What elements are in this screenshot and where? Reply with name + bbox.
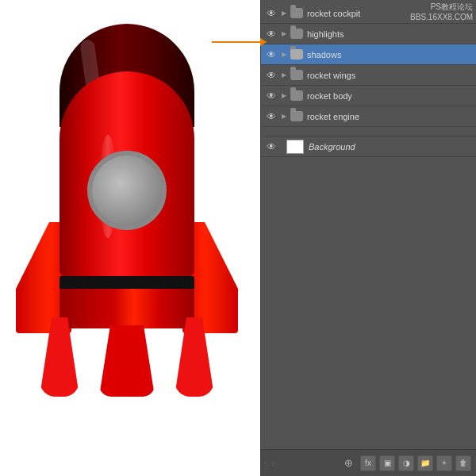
layer-row-rocket-cockpit[interactable]: 👁 ▶ rocket cockpit — [261, 3, 476, 24]
expand-icon-body[interactable]: ▶ — [280, 92, 288, 100]
layer-row-highlights[interactable]: 👁 ▶ highlights — [261, 24, 476, 44]
orange-arrow — [212, 41, 266, 43]
expand-icon-engine[interactable]: ▶ — [280, 113, 288, 121]
folder-icon-engine — [290, 111, 304, 122]
layer-label-body: rocket body — [307, 91, 473, 101]
expand-icon-shadows[interactable]: ▶ — [280, 51, 288, 59]
layer-row-body[interactable]: 👁 ▶ rocket body — [261, 86, 476, 106]
rocket-scene — [0, 0, 254, 476]
mask-button[interactable]: ▣ — [379, 455, 395, 471]
link-button[interactable]: ⊕ — [340, 456, 357, 470]
layer-label-highlights: highlights — [307, 29, 473, 39]
folder-icon-body — [290, 90, 304, 102]
rocket — [40, 24, 214, 468]
visibility-icon-body[interactable]: 👁 — [264, 89, 278, 103]
folder-icon-shadows — [290, 49, 304, 60]
delete-button[interactable]: 🗑 — [455, 455, 471, 471]
fx-button[interactable]: fx — [360, 455, 376, 471]
layer-label-background: Background — [309, 142, 355, 152]
background-swatch — [286, 140, 304, 154]
visibility-icon-wings[interactable]: 👁 — [264, 68, 278, 83]
layer-row-background[interactable]: 👁 Background — [261, 136, 476, 157]
drag-handle: ⋮⋮ — [263, 459, 277, 466]
panel-toolbar: ⋮⋮ ⊕ fx ▣ ◑ 📁 + 🗑 — [261, 449, 476, 476]
new-layer-icon: + — [442, 459, 447, 467]
expand-icon-wings[interactable]: ▶ — [280, 71, 288, 79]
layer-label-wings: rocket wings — [307, 71, 473, 80]
folder-icon-highlights — [290, 29, 304, 40]
layers-list: 👁 ▶ rocket cockpit 👁 ▶ highlights 👁 ▶ sh… — [261, 3, 476, 157]
fx-label: fx — [365, 459, 371, 467]
layer-label-cockpit: rocket cockpit — [307, 9, 473, 18]
adjustment-icon: ◑ — [403, 459, 410, 467]
new-layer-button[interactable]: + — [436, 455, 452, 471]
visibility-icon-shadows[interactable]: 👁 — [264, 48, 278, 62]
mask-icon: ▣ — [384, 459, 391, 467]
porthole — [87, 151, 167, 230]
visibility-icon-engine[interactable]: 👁 — [264, 109, 278, 124]
expand-icon-cockpit[interactable]: ▶ — [280, 10, 288, 17]
body — [60, 71, 194, 278]
visibility-icon-background[interactable]: 👁 — [264, 140, 278, 154]
expand-icon-highlights[interactable]: ▶ — [280, 30, 288, 38]
engine-section — [60, 289, 194, 328]
layer-row-wings[interactable]: 👁 ▶ rocket wings — [261, 65, 476, 86]
visibility-icon-cockpit[interactable]: 👁 — [264, 6, 278, 21]
layer-row-engine[interactable]: 👁 ▶ rocket engine — [261, 106, 476, 127]
layer-label-engine: rocket engine — [307, 112, 473, 121]
center-leg — [99, 325, 155, 397]
new-group-button[interactable]: 📁 — [417, 455, 433, 471]
layer-row-shadows[interactable]: 👁 ▶ shadows — [261, 44, 476, 65]
folder-icon-cockpit — [290, 8, 304, 19]
layer-label-shadows: shadows — [307, 50, 473, 60]
trash-icon: 🗑 — [459, 459, 467, 467]
folder-new-icon: 📁 — [420, 459, 430, 467]
adjustment-button[interactable]: ◑ — [398, 455, 414, 471]
folder-icon-wings — [290, 70, 304, 81]
layers-panel: PS教程论坛 BBS.16XX8.COM 👁 ▶ rocket cockpit … — [260, 0, 476, 476]
